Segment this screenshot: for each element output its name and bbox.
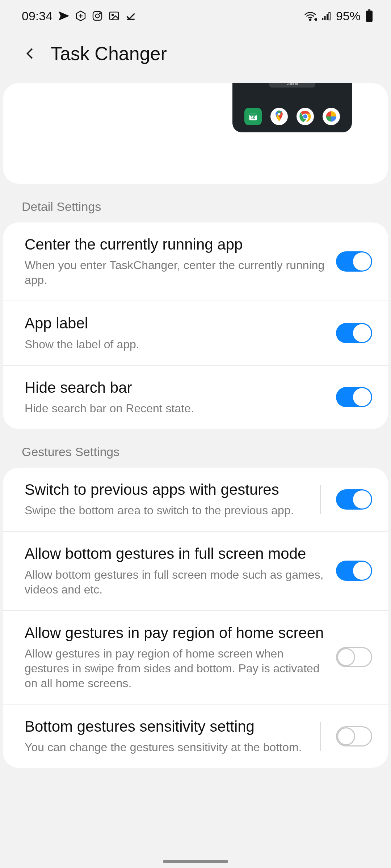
setting-sensitivity[interactable]: Bottom gestures sensitivity setting You … xyxy=(3,704,388,768)
setting-text: App label Show the label of app. xyxy=(25,314,327,352)
toggle-sensitivity[interactable] xyxy=(336,726,372,746)
setting-desc: When you enter TaskChanger, center the c… xyxy=(25,258,327,288)
section-detail-label: Detail Settings xyxy=(3,184,388,222)
vertical-separator xyxy=(320,485,321,514)
setting-full-screen[interactable]: Allow bottom gestures in full screen mod… xyxy=(3,531,388,610)
preview-pill-text: Close all xyxy=(269,83,315,85)
maps-app-icon xyxy=(270,108,288,125)
send-icon xyxy=(58,10,70,22)
svg-rect-14 xyxy=(329,12,330,20)
setting-text: Hide search bar Hide search bar on Recen… xyxy=(25,379,327,416)
status-right: + 95% xyxy=(303,9,374,23)
svg-point-23 xyxy=(303,114,307,118)
setting-switch-prev[interactable]: Switch to previous apps with gestures Sw… xyxy=(3,468,388,531)
setting-title: Allow gestures in pay region of home scr… xyxy=(25,624,327,642)
battery-percent: 95% xyxy=(336,9,361,23)
setting-title: Switch to previous apps with gestures xyxy=(25,481,311,499)
picture-icon xyxy=(108,10,120,22)
setting-desc: Hide search bar on Recent state. xyxy=(25,401,327,416)
preview-close-pill: Close all xyxy=(269,83,315,88)
preview-card: Close all 10 xyxy=(3,83,388,184)
setting-pay-region[interactable]: Allow gestures in pay region of home scr… xyxy=(3,610,388,704)
check-icon xyxy=(125,10,136,22)
setting-desc: Allow gestures in pay region of home scr… xyxy=(25,646,327,691)
instagram-icon xyxy=(92,10,103,22)
preview-phone-mock: Close all 10 xyxy=(232,83,352,132)
setting-text: Bottom gestures sensitivity setting You … xyxy=(25,718,311,755)
svg-point-7 xyxy=(112,14,113,16)
setting-desc: Allow bottom gestures in full screen mod… xyxy=(25,567,327,597)
status-bar: 09:34 + 95% xyxy=(0,0,391,32)
svg-point-9 xyxy=(310,19,311,21)
gestures-settings-card: Switch to previous apps with gestures Sw… xyxy=(3,468,388,768)
hexagon-icon xyxy=(75,10,87,22)
clock: 09:34 xyxy=(22,9,52,23)
section-gestures-label: Gestures Settings xyxy=(3,429,388,468)
chevron-left-icon xyxy=(23,46,38,61)
setting-text: Switch to previous apps with gestures Sw… xyxy=(25,481,311,518)
nav-handle[interactable] xyxy=(163,860,228,863)
toggle-full-screen[interactable] xyxy=(336,561,372,581)
setting-text: Center the currently running app When yo… xyxy=(25,235,327,288)
svg-text:+: + xyxy=(315,17,317,22)
setting-desc: Show the label of app. xyxy=(25,337,327,352)
setting-title: Allow bottom gestures in full screen mod… xyxy=(25,545,327,563)
status-left: 09:34 xyxy=(22,9,136,23)
setting-desc: Swipe the bottom area to switch to the p… xyxy=(25,503,311,518)
setting-center-app[interactable]: Center the currently running app When yo… xyxy=(3,222,388,301)
setting-app-label[interactable]: App label Show the label of app. xyxy=(3,301,388,365)
svg-point-5 xyxy=(100,13,101,14)
setting-text: Allow bottom gestures in full screen mod… xyxy=(25,545,327,597)
setting-title: App label xyxy=(25,314,327,332)
calendar-app-icon: 10 xyxy=(244,108,262,125)
setting-desc: You can change the gestures sensitivity … xyxy=(25,740,311,755)
svg-rect-11 xyxy=(322,18,323,20)
svg-point-4 xyxy=(96,14,100,18)
wifi-icon: + xyxy=(303,10,317,21)
svg-rect-15 xyxy=(366,11,373,22)
signal-icon xyxy=(321,10,332,21)
toggle-center-app[interactable] xyxy=(336,251,372,272)
svg-text:10: 10 xyxy=(251,115,256,120)
setting-title: Bottom gestures sensitivity setting xyxy=(25,718,311,736)
toggle-pay-region[interactable] xyxy=(336,647,372,667)
app-bar: Task Changer xyxy=(0,32,391,75)
svg-rect-6 xyxy=(110,12,118,20)
detail-settings-card: Center the currently running app When yo… xyxy=(3,222,388,429)
setting-title: Center the currently running app xyxy=(25,235,327,254)
svg-rect-16 xyxy=(368,9,370,11)
toggle-hide-search[interactable] xyxy=(336,387,372,407)
svg-rect-12 xyxy=(324,16,326,20)
toggle-app-label[interactable] xyxy=(336,323,372,343)
setting-text: Allow gestures in pay region of home scr… xyxy=(25,624,327,691)
toggle-switch-prev[interactable] xyxy=(336,489,372,510)
photos-app-icon xyxy=(323,108,340,125)
battery-icon xyxy=(365,9,374,22)
preview-dock: 10 xyxy=(244,108,340,125)
setting-title: Hide search bar xyxy=(25,379,327,397)
vertical-separator xyxy=(320,722,321,751)
svg-point-20 xyxy=(278,113,281,115)
svg-rect-13 xyxy=(327,14,328,20)
chrome-app-icon xyxy=(297,108,314,125)
back-button[interactable] xyxy=(22,45,39,62)
page-title: Task Changer xyxy=(51,43,167,64)
setting-hide-search[interactable]: Hide search bar Hide search bar on Recen… xyxy=(3,365,388,429)
content[interactable]: Close all 10 Detail Settings xyxy=(0,75,391,860)
